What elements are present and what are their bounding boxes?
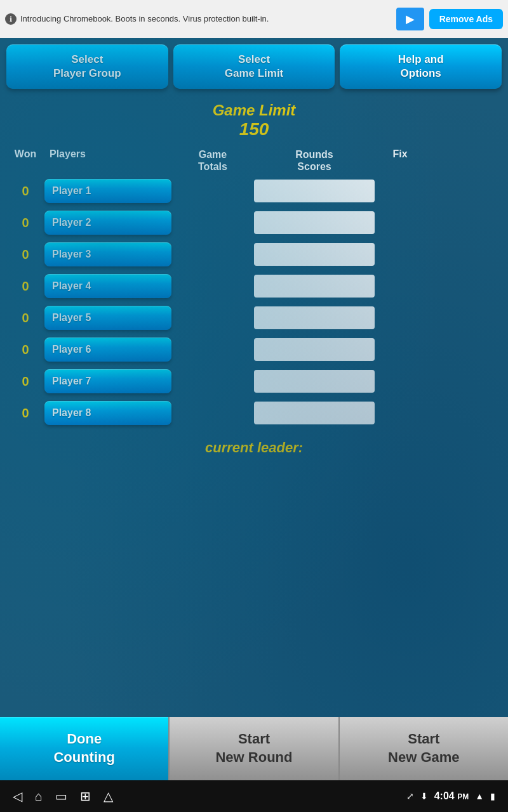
won-count-3: 0: [6, 247, 44, 262]
table-row: 0 Player 1: [6, 175, 502, 207]
player-1-button[interactable]: Player 1: [44, 179, 171, 203]
game-limit-value: 150: [0, 119, 508, 140]
ad-bar: ℹ Introducing Chromebook. Boots in secon…: [0, 0, 508, 38]
round-score-5[interactable]: [254, 306, 375, 329]
game-limit-section: Game Limit 150: [0, 95, 508, 143]
player-3-button[interactable]: Player 3: [44, 242, 171, 266]
header-game-totals: GameTotals: [171, 148, 254, 173]
player-7-button[interactable]: Player 7: [44, 369, 171, 393]
bottom-buttons: DoneCounting StartNew Round StartNew Gam…: [0, 717, 508, 780]
remove-ads-button[interactable]: Remove Ads: [429, 9, 503, 29]
table-row: 0 Player 8: [6, 397, 502, 429]
won-count-1: 0: [6, 184, 44, 199]
won-count-4: 0: [6, 279, 44, 294]
round-score-1[interactable]: [254, 180, 375, 202]
current-leader-label: current leader:: [205, 440, 303, 455]
player-4-button[interactable]: Player 4: [44, 274, 171, 298]
won-count-7: 0: [6, 374, 44, 389]
ad-arrow-button[interactable]: ▶: [396, 8, 424, 30]
header-rounds-scores: RoundsScores: [254, 148, 375, 173]
won-count-2: 0: [6, 216, 44, 230]
round-score-7[interactable]: [254, 370, 375, 393]
table-row: 0 Player 4: [6, 270, 502, 302]
header-won: Won: [6, 148, 44, 173]
help-options-button[interactable]: Help andOptions: [340, 44, 502, 89]
done-counting-button[interactable]: DoneCounting: [0, 717, 168, 780]
ad-text: Introducing Chromebook. Boots in seconds…: [20, 14, 269, 25]
start-new-game-button[interactable]: StartNew Game: [340, 717, 508, 780]
top-nav: SelectPlayer Group SelectGame Limit Help…: [0, 38, 508, 95]
expand-icon: ⤢: [406, 791, 414, 801]
leader-section: current leader:: [0, 432, 508, 461]
status-right: ⤢ ⬇ 4:04 PM ▲ ▮: [406, 790, 495, 802]
table-row: 0 Player 5: [6, 302, 502, 334]
select-game-limit-button[interactable]: SelectGame Limit: [173, 44, 335, 89]
battery-icon: ▮: [490, 791, 495, 801]
nav-icons: ◁ ⌂ ▭ ⊞ △: [13, 789, 113, 804]
table-header: Won Players GameTotals RoundsScores Fix: [6, 146, 502, 175]
game-limit-title: Game Limit: [0, 102, 508, 119]
won-count-8: 0: [6, 406, 44, 421]
home-icon[interactable]: ⌂: [35, 789, 43, 804]
ad-content: ℹ Introducing Chromebook. Boots in secon…: [5, 13, 391, 25]
round-score-6[interactable]: [254, 338, 375, 361]
table-row: 0 Player 6: [6, 334, 502, 365]
back-icon[interactable]: ◁: [13, 789, 22, 804]
round-score-8[interactable]: [254, 402, 375, 424]
player-8-button[interactable]: Player 8: [44, 401, 171, 425]
start-new-round-button[interactable]: StartNew Round: [168, 717, 339, 780]
info-icon: ℹ: [5, 13, 17, 25]
player-6-button[interactable]: Player 6: [44, 337, 171, 362]
table-row: 0 Player 2: [6, 207, 502, 239]
menu-icon[interactable]: △: [104, 789, 113, 804]
time-display: 4:04 PM: [434, 790, 469, 802]
table-row: 0 Player 7: [6, 365, 502, 397]
round-score-4[interactable]: [254, 275, 375, 298]
round-score-2[interactable]: [254, 211, 375, 234]
qr-icon[interactable]: ⊞: [80, 789, 91, 804]
download-icon: ⬇: [420, 791, 428, 801]
round-score-3[interactable]: [254, 243, 375, 266]
player-2-button[interactable]: Player 2: [44, 211, 171, 235]
won-count-6: 0: [6, 343, 44, 357]
score-table: Won Players GameTotals RoundsScores Fix …: [0, 143, 508, 432]
table-row: 0 Player 3: [6, 239, 502, 270]
header-players: Players: [44, 148, 171, 173]
status-bar: ◁ ⌂ ▭ ⊞ △ ⤢ ⬇ 4:04 PM ▲ ▮: [0, 780, 508, 812]
wifi-icon: ▲: [475, 791, 484, 801]
select-player-group-button[interactable]: SelectPlayer Group: [6, 44, 168, 89]
header-fix: Fix: [375, 148, 425, 173]
player-5-button[interactable]: Player 5: [44, 306, 171, 330]
won-count-5: 0: [6, 311, 44, 325]
recent-apps-icon[interactable]: ▭: [55, 789, 67, 804]
